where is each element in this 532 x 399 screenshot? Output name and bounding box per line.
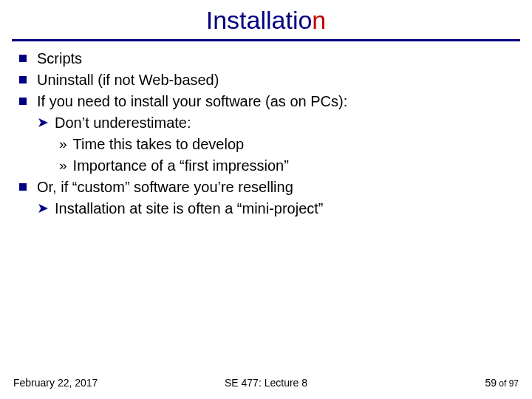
raquo-icon: »: [59, 134, 67, 154]
bullet-item: Uninstall (if not Web-based): [15, 70, 517, 90]
title-underline: [12, 39, 520, 41]
bullet-text: Uninstall (if not Web-based): [37, 70, 517, 90]
sub-bullet-item: ➤ Don’t underestimate:: [37, 113, 517, 133]
footer-page: 59 of 97: [485, 377, 519, 389]
sub-bullet-text: Installation at site is often a “mini-pr…: [55, 199, 324, 219]
title-accent: n: [312, 6, 326, 34]
bullet-item: If you need to install your software (as…: [15, 92, 517, 112]
bullet-text: Or, if “custom” software you’re resellin…: [37, 177, 517, 197]
slide-body: Scripts Uninstall (if not Web-based) If …: [0, 49, 532, 219]
square-bullet-icon: [19, 55, 27, 62]
square-bullet-icon: [19, 76, 27, 83]
bullet-text: If you need to install your software (as…: [37, 92, 517, 112]
square-bullet-icon: [19, 98, 27, 105]
page-current: 59: [485, 377, 497, 389]
subsub-bullet-text: Time this takes to develop: [73, 134, 245, 154]
bullet-item: Or, if “custom” software you’re resellin…: [15, 177, 517, 197]
raquo-icon: »: [59, 156, 67, 176]
slide-title: Installation: [0, 0, 532, 39]
chevron-icon: ➤: [37, 113, 49, 133]
sub-bullet-item: ➤ Installation at site is often a “mini-…: [37, 199, 517, 219]
footer-course: SE 477: Lecture 8: [225, 377, 307, 389]
chevron-icon: ➤: [37, 199, 49, 219]
square-bullet-icon: [19, 183, 27, 191]
sub-bullet-text: Don’t underestimate:: [55, 113, 191, 133]
subsub-bullet-text: Importance of a “first impression”: [73, 156, 289, 176]
subsub-bullet-item: » Importance of a “first impression”: [59, 156, 517, 176]
page-of: of: [497, 378, 509, 389]
slide-footer: February 22, 2017 SE 477: Lecture 8 59 o…: [0, 377, 532, 389]
page-total: 97: [509, 378, 519, 389]
subsub-bullet-item: » Time this takes to develop: [59, 134, 517, 154]
bullet-item: Scripts: [15, 49, 517, 69]
bullet-text: Scripts: [37, 49, 517, 69]
title-text: Installatio: [206, 6, 313, 34]
footer-date: February 22, 2017: [13, 377, 98, 389]
